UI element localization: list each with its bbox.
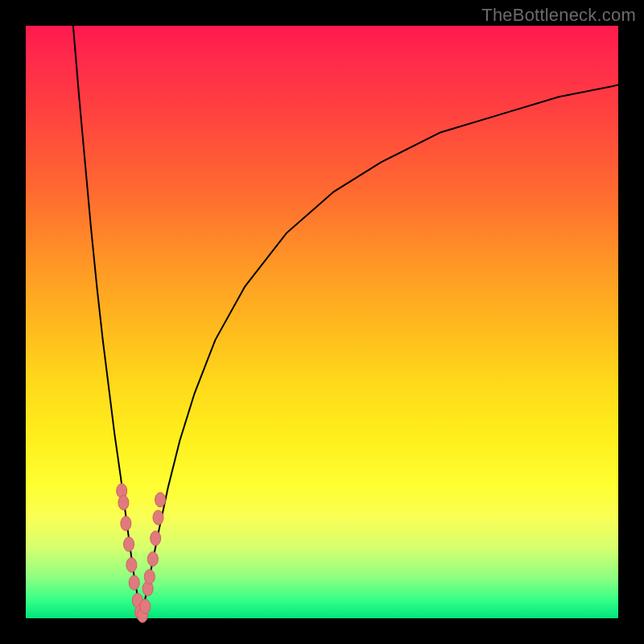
marker-point [155, 493, 166, 507]
marker-point [144, 569, 155, 584]
marker-point [129, 576, 139, 590]
marker-point [153, 510, 163, 525]
marker-point [126, 558, 137, 572]
chart-frame: TheBottleneck.com [0, 0, 644, 644]
marker-group [117, 484, 166, 623]
marker-point [140, 599, 151, 613]
marker-point [147, 551, 158, 566]
marker-point [121, 516, 131, 530]
marker-point [151, 531, 161, 546]
marker-point [118, 495, 129, 510]
curve-right-branch [142, 85, 618, 618]
watermark-text: TheBottleneck.com [481, 5, 636, 26]
marker-point [124, 537, 134, 551]
curve-left-branch [73, 26, 142, 618]
chart-svg [26, 26, 618, 618]
